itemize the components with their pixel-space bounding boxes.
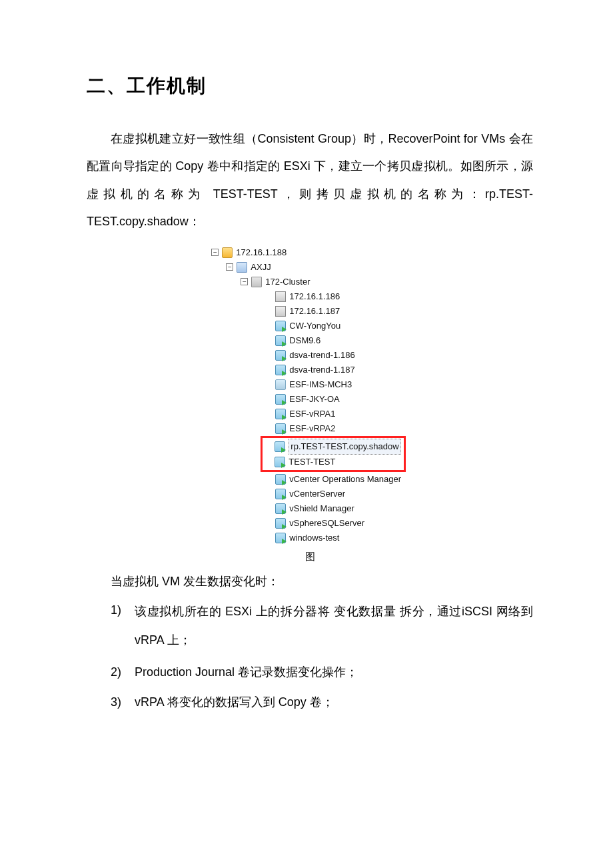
vm-running-icon [275,441,285,452]
vm-running-icon [275,321,286,331]
vm-label: ESF-vRPA2 [289,421,335,436]
tree-vm[interactable]: vCenterServer [211,487,405,501]
tree-vm[interactable]: CW-YongYou [211,319,405,333]
list-item: 1) 该虚拟机所在的 ESXi 上的拆分器将 变化数据量 拆分，通过iSCSI … [111,597,533,655]
tree-vm[interactable]: DSM9.6 [211,333,405,348]
tree-vm[interactable]: ESF-IMS-MCH3 [211,377,405,392]
spacer [265,307,272,315]
host-icon [275,291,286,302]
spacer [265,337,272,344]
spacer [264,443,271,450]
vm-running-icon [275,533,286,543]
vm-running-icon [275,350,286,361]
vm-label: windows-test [289,531,339,545]
spacer [265,381,272,388]
vm-label: vShield Manager [289,501,354,516]
spacer [265,475,272,483]
host-label: 172.16.1.186 [289,289,340,304]
spacer [265,395,272,403]
vm-label: ESF-IMS-MCH3 [289,377,352,392]
vm-label: vCenter Operations Manager [289,472,401,487]
tree-vm[interactable]: vShield Manager [211,501,405,516]
vm-label: ESF-vRPA1 [289,407,335,421]
vm-label: TEST-TEST [289,455,335,469]
vm-running-icon [275,365,286,375]
vm-running-icon [275,335,286,346]
spacer [265,322,272,329]
collapse-toggle-icon[interactable]: − [211,249,219,256]
tree-vm[interactable]: dsva-trend-1.186 [211,348,405,363]
tree-vm[interactable]: ESF-JKY-OA [211,392,405,407]
vm-running-icon [275,409,286,419]
figure-caption: 图 [305,551,315,563]
list-number: 3) [111,689,135,716]
list-number: 1) [111,597,135,655]
vm-running-icon [275,457,285,467]
intro-paragraph: 在虚拟机建立好一致性组（Consistent Group）时，RecoverPo… [87,125,533,236]
tree-vm[interactable]: ESF-vRPA1 [211,407,405,421]
numbered-list: 1) 该虚拟机所在的 ESXi 上的拆分器将 变化数据量 拆分，通过iSCSI … [87,597,533,716]
document-page: 二、工作机制 在虚拟机建立好一致性组（Consistent Group）时，Re… [0,0,613,760]
list-text: 该虚拟机所在的 ESXi 上的拆分器将 变化数据量 拆分，通过iSCSI 网络到… [135,597,533,655]
vm-off-icon [275,379,286,390]
collapse-toggle-icon[interactable]: − [241,278,248,285]
tree-root-vcenter[interactable]: − 172.16.1.188 [211,245,405,260]
tree-vm-shadow-copy[interactable]: rp.TEST-TEST.copy.shadow [264,439,400,455]
tree-cluster[interactable]: − 172-Cluster [211,275,405,289]
list-text: vRPA 将变化的数据写入到 Copy 卷； [135,689,533,716]
highlight-box: rp.TEST-TEST.copy.shadow TEST-TEST [261,436,405,472]
vcenter-icon [222,247,233,258]
cluster-icon [251,277,262,287]
spacer [265,519,272,527]
vm-label: CW-YongYou [289,319,340,333]
spacer [265,534,272,541]
datacenter-label: AXJJ [251,260,271,275]
spacer [265,366,272,373]
tree-vm[interactable]: vSphereSQLServer [211,516,405,531]
spacer [265,293,272,300]
tree-host[interactable]: 172.16.1.186 [211,289,405,304]
section-heading: 二、工作机制 [87,73,533,99]
vm-running-icon [275,394,286,405]
transition-paragraph: 当虚拟机 VM 发生数据变化时： [87,569,533,595]
tree-vm[interactable]: vCenter Operations Manager [211,472,405,487]
spacer [264,458,271,465]
vm-label: DSM9.6 [289,333,320,348]
cluster-label: 172-Cluster [265,275,310,289]
list-item: 3) vRPA 将变化的数据写入到 Copy 卷； [111,689,533,716]
spacer [265,505,272,512]
spacer [265,425,272,432]
list-item: 2) Production Journal 卷记录数据变化操作； [111,659,533,686]
vm-running-icon [275,518,286,529]
datacenter-icon [237,262,247,273]
vm-running-icon [275,423,286,434]
list-number: 2) [111,659,135,686]
host-label: 172.16.1.187 [289,304,340,319]
list-text: Production Journal 卷记录数据变化操作； [135,659,533,686]
tree-host[interactable]: 172.16.1.187 [211,304,405,319]
vm-label: ESF-JKY-OA [289,392,339,407]
vm-running-icon [275,489,286,499]
vm-label: vCenterServer [289,487,345,501]
collapse-toggle-icon[interactable]: − [226,263,233,271]
vsphere-inventory-tree: − 172.16.1.188 − AXJJ − 172-Cluster 172.… [209,243,410,548]
vm-label: dsva-trend-1.187 [289,363,354,377]
tree-vm[interactable]: windows-test [211,531,405,545]
vm-running-icon [275,503,286,514]
tree-vm[interactable]: dsva-trend-1.187 [211,363,405,377]
tree-vm[interactable]: ESF-vRPA2 [211,421,405,436]
vcenter-label: 172.16.1.188 [236,245,287,260]
screenshot-figure: − 172.16.1.188 − AXJJ − 172-Cluster 172.… [87,243,533,563]
tree-datacenter[interactable]: − AXJJ [211,260,405,275]
tree-vm-source[interactable]: TEST-TEST [264,455,400,469]
host-icon [275,306,286,317]
spacer [265,351,272,359]
vm-label: dsva-trend-1.186 [289,348,354,363]
vm-label: vSphereSQLServer [289,516,364,531]
spacer [265,490,272,497]
spacer [265,410,272,417]
vm-label-selected: rp.TEST-TEST.copy.shadow [289,439,400,455]
vm-running-icon [275,474,286,485]
